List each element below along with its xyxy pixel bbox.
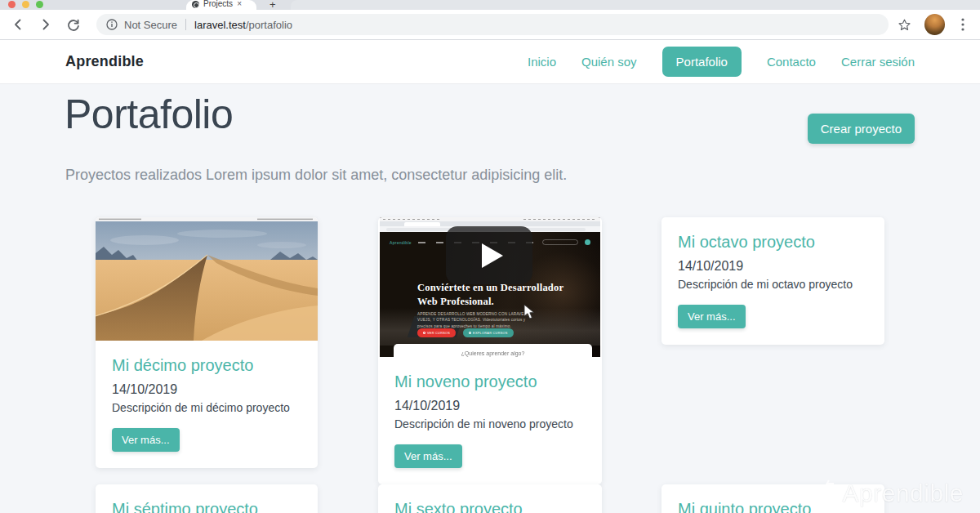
video-cta-buttons: VER CURSOS EXPLORAR CURSOS — [417, 328, 514, 337]
project-card: Mi décimo proyecto 14/10/2019 Descripció… — [96, 217, 318, 468]
video-bottom-panel: ¿Quieres aprender algo? — [394, 344, 592, 357]
aprendible-logo-icon — [809, 477, 837, 510]
play-button[interactable] — [446, 226, 532, 284]
card-title[interactable]: Mi décimo proyecto — [112, 356, 301, 375]
main-content: Portafolio Crear proyecto Proyectos real… — [0, 84, 980, 513]
url-host: laravel.test — [194, 19, 246, 31]
nav-item-portafolio[interactable]: Portafolio — [662, 47, 742, 77]
globe-favicon-icon — [192, 1, 199, 8]
tab-strip: Projects × + — [0, 0, 980, 10]
video-red-button: VER CURSOS — [417, 328, 456, 337]
browser-tab[interactable]: Projects × — [186, 0, 256, 10]
ver-mas-button[interactable]: Ver más... — [394, 444, 462, 468]
card-title[interactable]: Mi séptimo proyecto — [112, 500, 301, 513]
play-icon — [482, 243, 503, 268]
project-card: Aprendible Conviértete en un Desarrollad… — [378, 217, 602, 484]
site-logo-text[interactable]: Aprendible — [65, 53, 144, 70]
card-date: 14/10/2019 — [394, 399, 586, 413]
card-title[interactable]: Mi sexto proyecto — [394, 500, 586, 513]
site-nav: Inicio Quién soy Portafolio Contacto Cer… — [528, 47, 915, 77]
browser-menu-button[interactable] — [956, 17, 970, 32]
profile-avatar[interactable] — [924, 14, 946, 35]
page-subtitle: Proyectos realizados Lorem ipsum dolor s… — [65, 167, 567, 184]
watermark-text: Aprendible — [843, 480, 964, 507]
card-body: Mi octavo proyecto 14/10/2019 Descripció… — [662, 217, 884, 345]
card-title[interactable]: Mi noveno proyecto — [394, 372, 586, 391]
video-site-brand: Aprendible — [390, 240, 412, 245]
omnibox-divider — [185, 19, 186, 30]
card-date: 14/10/2019 — [678, 259, 868, 274]
tab-close-icon[interactable]: × — [237, 0, 242, 8]
reload-button[interactable] — [65, 16, 82, 33]
site-header: Aprendible Inicio Quién soy Portafolio C… — [0, 40, 980, 84]
bookmark-star-icon[interactable] — [897, 17, 912, 33]
back-button[interactable] — [10, 16, 26, 33]
project-card: Mi sexto proyecto — [378, 484, 602, 513]
project-card: Mi séptimo proyecto — [96, 484, 318, 513]
card-body: Mi décimo proyecto 14/10/2019 Descripció… — [96, 341, 318, 468]
tab-title: Projects — [203, 0, 233, 8]
mouse-cursor-icon — [523, 304, 537, 320]
new-tab-button[interactable]: + — [270, 0, 276, 11]
info-icon[interactable] — [106, 19, 118, 30]
browser-window: Projects × + Not Secure laravel.test /po… — [0, 0, 980, 513]
traffic-lights — [8, 1, 43, 8]
project-card: Mi octavo proyecto 14/10/2019 Descripció… — [662, 217, 884, 345]
create-project-button[interactable]: Crear proyecto — [808, 114, 915, 144]
video-avatar-dot — [585, 239, 590, 245]
card-description: Descripción de mi décimo proyecto — [112, 401, 301, 414]
address-bar[interactable]: Not Secure laravel.test /portafolio — [96, 14, 889, 35]
card-description: Descripción de mi noveno proyecto — [394, 417, 586, 430]
video-subtext: APRENDE DESARROLLO WEB MODERNO CON LARAV… — [417, 311, 538, 329]
close-window-button[interactable] — [8, 1, 16, 8]
security-label: Not Secure — [124, 19, 177, 31]
zoom-window-button[interactable] — [36, 1, 43, 8]
card-description: Descripción de mi octavo proyecto — [678, 278, 868, 291]
card-body: Mi noveno proyecto 14/10/2019 Descripció… — [378, 357, 602, 484]
desert-photo — [96, 217, 318, 341]
url-path: /portafolio — [246, 19, 292, 31]
nav-item-inicio[interactable]: Inicio — [528, 55, 556, 69]
video-teal-button: EXPLORAR CURSOS — [463, 328, 513, 337]
card-title[interactable]: Mi octavo proyecto — [678, 233, 868, 252]
browser-toolbar: Not Secure laravel.test /portafolio — [0, 10, 980, 40]
page-title: Portafolio — [65, 91, 233, 138]
nav-item-contacto[interactable]: Contacto — [767, 55, 816, 69]
ver-mas-button[interactable]: Ver más... — [678, 305, 746, 328]
video-headline: Conviértete en un Desarrollador Web Prof… — [417, 281, 564, 309]
card-date: 14/10/2019 — [112, 382, 301, 397]
video-thumbnail[interactable]: Aprendible Conviértete en un Desarrollad… — [380, 217, 600, 357]
ver-mas-button[interactable]: Ver más... — [112, 428, 180, 452]
video-search-box — [542, 239, 578, 245]
forward-button[interactable] — [38, 16, 54, 33]
nav-item-quien-soy[interactable]: Quién soy — [581, 55, 637, 69]
minimize-window-button[interactable] — [22, 1, 29, 8]
tab-strip-background — [291, 0, 980, 10]
watermark: Aprendible — [809, 477, 964, 510]
nav-item-cerrar-sesion[interactable]: Cerrar sesión — [841, 55, 915, 69]
